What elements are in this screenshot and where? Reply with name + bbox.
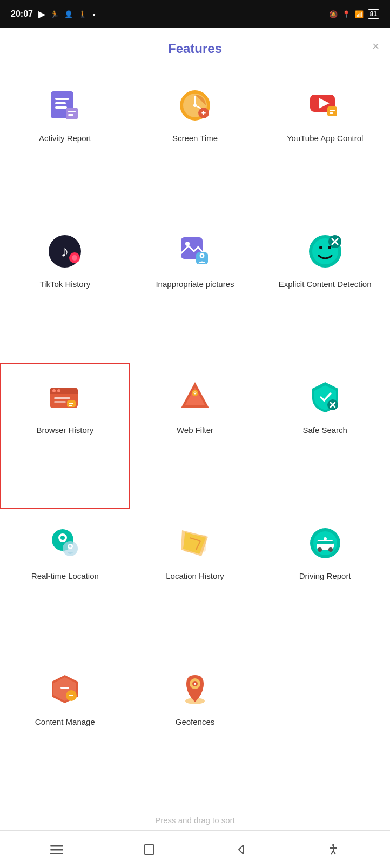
main-content: Features × Activity Report (0, 28, 390, 830)
svg-line-91 (331, 851, 333, 854)
status-bar-left: 20:07 ▶ 🏃 👤 🚶 ● (11, 9, 96, 19)
menu-button[interactable] (43, 836, 70, 863)
svg-rect-44 (69, 403, 73, 404)
svg-rect-2 (55, 102, 66, 104)
feature-item-browser-history[interactable]: Browser History (0, 363, 130, 509)
svg-rect-84 (50, 849, 63, 851)
geofences-icon (176, 670, 214, 709)
svg-point-61 (69, 545, 72, 548)
status-bar-right: 🔕 📍 📶 81 (329, 9, 379, 19)
feature-item-content-manage[interactable]: Content Manage (0, 655, 130, 800)
feature-item-driving-report[interactable]: Driving Report (260, 509, 390, 655)
feature-item-safe-search[interactable]: Safe Search (260, 363, 390, 509)
svg-rect-18 (330, 110, 335, 111)
web-filter-label: Web Filter (177, 424, 213, 436)
svg-marker-87 (239, 845, 243, 854)
dot-icon: ● (92, 11, 96, 17)
bottom-bar (0, 830, 390, 868)
youtube-status-icon: ▶ (38, 9, 45, 19)
svg-rect-19 (330, 112, 333, 114)
safe-search-icon (306, 378, 345, 417)
youtube-control-icon (306, 86, 345, 125)
wifi-icon: 📶 (355, 10, 364, 18)
browser-history-label: Browser History (36, 424, 93, 436)
svg-rect-83 (50, 845, 63, 847)
feature-item-geofences[interactable]: Geofences (130, 655, 260, 800)
battery-icon: 81 (368, 9, 379, 19)
inappropriate-pictures-icon (176, 232, 214, 271)
feature-item-web-filter[interactable]: Web Filter (130, 363, 260, 509)
driving-report-label: Driving Report (299, 570, 351, 582)
feature-item-explicit-content[interactable]: Explicit Content Detection (260, 217, 390, 363)
screen-time-icon (176, 86, 214, 125)
tiktok-history-label: TikTok History (40, 278, 91, 290)
explicit-content-icon (306, 232, 345, 271)
feature-item-activity-report[interactable]: Activity Report (0, 71, 130, 217)
browser-history-icon (45, 378, 84, 417)
svg-point-50 (194, 392, 196, 393)
accessibility-icon (327, 843, 340, 856)
svg-rect-76 (60, 687, 69, 689)
feature-item-inappropriate-pictures[interactable]: Inappropriate pictures (130, 217, 260, 363)
feature-item-realtime-location[interactable]: Real-time Location (0, 509, 130, 655)
svg-rect-45 (69, 405, 72, 406)
location-status-icon: 📍 (342, 10, 351, 18)
accessibility-button[interactable] (320, 836, 347, 863)
explicit-content-label: Explicit Content Detection (279, 278, 372, 290)
back-button[interactable] (227, 836, 254, 863)
driving-report-icon (306, 524, 345, 563)
svg-rect-14 (203, 111, 204, 115)
back-icon (235, 844, 247, 856)
svg-point-40 (57, 389, 60, 392)
web-filter-icon (176, 378, 214, 417)
features-grid: Activity Report Screen Time YouTube App … (0, 65, 390, 806)
drag-hint: Press and drag to sort (0, 806, 390, 830)
header: Features × (0, 28, 390, 65)
page-title: Features (168, 41, 222, 56)
feature-item-screen-time[interactable]: Screen Time (130, 71, 260, 217)
svg-text:♪: ♪ (61, 242, 69, 260)
svg-point-58 (60, 536, 65, 540)
svg-rect-5 (68, 111, 76, 112)
svg-point-73 (324, 537, 327, 540)
feature-item-youtube-control[interactable]: YouTube App Control (260, 71, 390, 217)
svg-rect-72 (317, 541, 334, 544)
home-button[interactable] (136, 836, 163, 863)
svg-rect-1 (55, 98, 69, 100)
screen-time-label: Screen Time (172, 132, 218, 144)
svg-point-11 (193, 104, 197, 107)
svg-point-88 (332, 844, 334, 846)
svg-rect-85 (50, 853, 63, 854)
svg-point-82 (194, 683, 196, 685)
svg-rect-42 (54, 401, 66, 403)
svg-rect-6 (68, 114, 73, 116)
safe-search-label: Safe Search (302, 424, 347, 436)
geofences-label: Geofences (176, 716, 215, 727)
svg-line-92 (333, 851, 335, 854)
svg-point-39 (52, 389, 56, 392)
youtube-control-label: YouTube App Control (287, 132, 364, 144)
person-icon: 👤 (64, 10, 73, 18)
svg-point-31 (319, 246, 322, 249)
svg-point-28 (201, 255, 203, 257)
svg-rect-3 (55, 106, 67, 109)
feature-item-location-history[interactable]: Location History (130, 509, 260, 655)
inappropriate-pictures-label: Inappropriate pictures (156, 278, 234, 290)
realtime-location-label: Real-time Location (31, 570, 99, 582)
realtime-location-icon (45, 524, 84, 563)
mute-icon: 🔕 (329, 10, 338, 18)
svg-rect-78 (69, 695, 73, 696)
home-icon (143, 844, 155, 856)
activity-report-label: Activity Report (39, 132, 91, 144)
svg-rect-86 (144, 845, 154, 854)
svg-point-23 (72, 255, 77, 261)
location-history-icon (176, 524, 214, 563)
activity-icon: 🏃 (50, 10, 59, 18)
location-history-label: Location History (166, 570, 224, 582)
svg-rect-4 (66, 108, 78, 119)
close-button[interactable]: × (372, 41, 379, 52)
svg-point-71 (328, 547, 333, 552)
time-display: 20:07 (11, 9, 33, 19)
tiktok-history-icon: ♪ (45, 232, 84, 271)
feature-item-tiktok-history[interactable]: ♪ TikTok History (0, 217, 130, 363)
